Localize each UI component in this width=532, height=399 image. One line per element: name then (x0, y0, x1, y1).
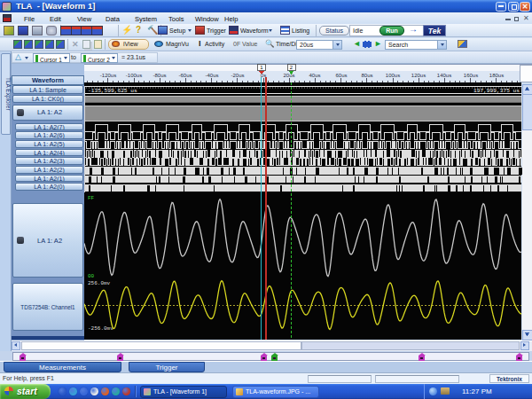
svg-text:00: 00 (88, 273, 95, 279)
svg-text:-60us: -60us (178, 73, 192, 78)
svg-text:40us: 40us (309, 73, 320, 78)
svg-text:120us: 120us (411, 73, 426, 78)
svg-text:100us: 100us (386, 73, 400, 78)
svg-text:-256.0mv: -256.0mv (88, 325, 113, 332)
svg-text:197,999,375 us: 197,999,375 us (473, 88, 520, 94)
svg-text:20us: 20us (283, 73, 294, 78)
svg-text:-20us: -20us (231, 73, 244, 78)
svg-text:140us: 140us (437, 73, 451, 78)
svg-text:256.0mv: 256.0mv (88, 280, 111, 286)
svg-text:60us: 60us (335, 73, 347, 78)
svg-text:-80us: -80us (153, 73, 166, 78)
svg-text:FF: FF (88, 195, 95, 201)
svg-text:-100us: -100us (126, 73, 142, 78)
svg-text:-40us: -40us (205, 73, 218, 78)
svg-text:180us: 180us (489, 73, 504, 78)
svg-text:160us: 160us (464, 73, 478, 78)
svg-text:80us: 80us (361, 73, 372, 78)
svg-text:-120us: -120us (100, 73, 116, 78)
svg-text:-135,599,625 us: -135,599,625 us (88, 88, 137, 94)
